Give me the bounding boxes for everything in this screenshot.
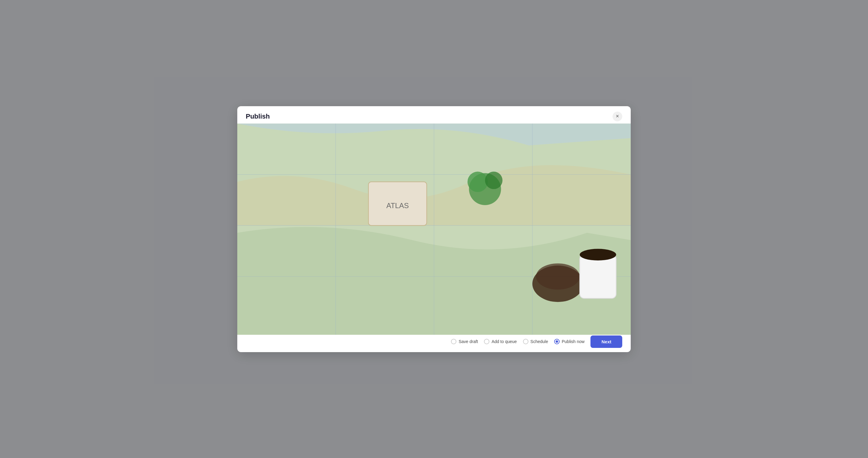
svg-point-21 xyxy=(580,249,616,260)
preview-content: ☕ Multiple Facebook Pages Now · 🌐 xyxy=(461,146,631,331)
preview-image: ATLAS xyxy=(468,189,624,277)
preview-image-container: ATLAS xyxy=(468,189,624,277)
publish-modal: Publish × Social Profiles ☰ ‹ Select Pro… xyxy=(237,106,631,352)
preview-panel: Preview xyxy=(461,126,631,331)
modal-overlay: Publish × Social Profiles ☰ ‹ Select Pro… xyxy=(0,0,868,458)
preview-card-facebook: ☕ Multiple Facebook Pages Now · 🌐 xyxy=(467,151,625,297)
modal-body: Social Profiles ☰ ‹ Select Profiles · 7 xyxy=(237,126,631,331)
